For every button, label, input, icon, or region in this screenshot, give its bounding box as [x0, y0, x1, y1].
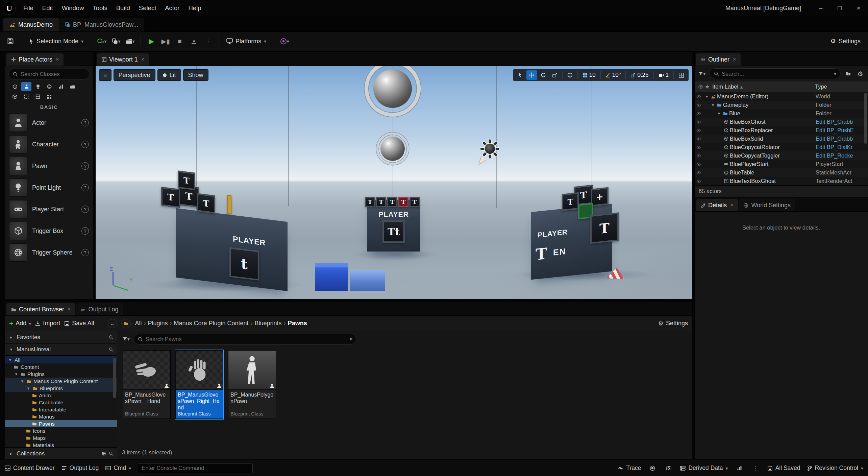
blue-cube-light[interactable] — [350, 270, 385, 291]
source-root-header[interactable]: ▾ ManusUnreal — [5, 343, 117, 356]
menu-tools[interactable]: Tools — [89, 0, 112, 16]
camera-speed-control[interactable]: 1 — [656, 72, 671, 78]
derived-data-dropdown[interactable]: Derived Data ▾ — [680, 465, 728, 472]
asset-tile-gloves-pawn-right-hand-selected[interactable]: BP_ManusGlovesPawn_Right_Hand Blueprint … — [175, 350, 223, 419]
letter-tile[interactable]: T — [387, 197, 397, 207]
add-collection-icon[interactable]: ⊕ — [101, 450, 106, 457]
search-classes-input[interactable] — [21, 71, 93, 77]
menu-build[interactable]: Build — [112, 0, 134, 16]
viewport-tab[interactable]: Viewport 1 × — [97, 53, 149, 66]
breadcrumb-pawns[interactable]: Pawns — [288, 320, 307, 327]
visibility-eye-icon[interactable] — [695, 180, 703, 183]
outliner-row-blueboxsolid[interactable]: BlueBoxSolidEdit BP_Grabb — [695, 135, 868, 143]
search-pawns-input[interactable] — [146, 336, 347, 342]
close-icon[interactable]: × — [141, 56, 144, 63]
outliner-row-blueboxghost[interactable]: BlueBoxGhostEdit BP_Grabb — [695, 118, 868, 126]
multiplayer-options-dropdown[interactable]: ▾ — [278, 35, 291, 48]
menu-window[interactable]: Window — [57, 0, 89, 16]
stats-button[interactable] — [735, 463, 744, 473]
path-picker-button[interactable] — [121, 319, 131, 328]
close-icon[interactable]: × — [730, 202, 733, 208]
outliner-scrollbar[interactable] — [864, 93, 867, 144]
asset-tile-gloves-pawn-hand[interactable]: BP_ManusGlovesPawn__Hand Blueprint Class — [123, 350, 171, 419]
edit-blueprint-link[interactable]: Edit BP_Grabb — [816, 119, 866, 125]
close-button[interactable]: × — [849, 0, 868, 16]
edit-blueprint-link[interactable]: Edit BP_Rocke — [816, 152, 866, 159]
place-actor-item-point-light[interactable]: Point Light ? — [5, 177, 93, 198]
letter-tile[interactable]: T — [178, 170, 195, 190]
expander-caret[interactable]: ▾ — [14, 372, 19, 377]
asset-search[interactable]: ▾ — [133, 334, 356, 344]
letter-tile-front[interactable]: T — [590, 213, 619, 244]
letter-tile-front[interactable]: Tt — [382, 220, 405, 243]
outliner-row-gameplay[interactable]: ▾GameplayFolder — [695, 101, 868, 109]
yellow-tile-edge[interactable] — [227, 195, 231, 214]
category-panels-icon[interactable] — [33, 92, 43, 101]
grid-snap-control[interactable]: 10 — [580, 72, 598, 78]
breadcrumb-all[interactable]: All — [135, 320, 142, 327]
category-visual-effects-icon[interactable] — [56, 82, 66, 91]
play-button[interactable]: ▶ — [145, 35, 158, 48]
help-icon[interactable]: ? — [81, 249, 89, 256]
outliner-row-blueboxreplacer[interactable]: BlueBoxReplacerEdit BP_PushE — [695, 126, 868, 135]
view-mode-dropdown[interactable]: Lit — [157, 69, 181, 81]
place-actors-tab[interactable]: Place Actors × — [6, 53, 64, 66]
place-actors-search[interactable] — [8, 69, 90, 79]
expander-caret[interactable]: ▸ — [8, 335, 14, 340]
favorites-header[interactable]: ▸ Favorites — [5, 331, 117, 343]
outliner-row-bluecopycatrotator[interactable]: BlueCopycatRotatorEdit BP_DialKr — [695, 143, 868, 151]
expander-caret[interactable]: ▾ — [26, 386, 31, 391]
visibility-eye-icon[interactable] — [695, 129, 703, 132]
place-actor-item-character[interactable]: Character ? — [5, 134, 93, 155]
letter-tile[interactable]: T — [376, 197, 386, 207]
help-icon[interactable]: ? — [81, 141, 89, 148]
eye-icon[interactable] — [697, 85, 705, 89]
visibility-eye-icon[interactable] — [695, 146, 703, 149]
insights-button[interactable] — [648, 463, 657, 473]
visibility-eye-icon[interactable] — [695, 137, 703, 141]
tree-item-anim[interactable]: Anim — [5, 392, 117, 399]
tree-scrollbar[interactable] — [113, 358, 116, 398]
unreal-logo-icon[interactable]: U — [3, 2, 16, 15]
import-button[interactable]: Import — [35, 320, 60, 327]
scale-tool-button[interactable] — [549, 70, 560, 80]
eject-button[interactable]: ▲ — [188, 35, 200, 48]
help-icon[interactable]: ? — [81, 162, 89, 170]
tree-item-plugins[interactable]: ▾Plugins — [5, 371, 117, 378]
asset-tile-polygon-pawn[interactable]: BP_ManusPolygonPawn Blueprint Class — [228, 350, 276, 419]
maximize-button[interactable]: □ — [830, 0, 849, 16]
expander-caret[interactable]: ▾ — [716, 111, 722, 116]
expander-caret[interactable]: ▾ — [710, 102, 716, 108]
add-content-button[interactable]: + Add ▾ — [9, 319, 31, 328]
tree-item-interactable[interactable]: Interactable — [5, 406, 117, 413]
menu-select[interactable]: Select — [134, 0, 160, 16]
place-actor-item-actor[interactable]: Actor ? — [5, 112, 93, 134]
letter-tile[interactable]: T — [365, 197, 375, 207]
letter-tile[interactable]: T — [197, 193, 215, 214]
play-options-menu[interactable]: ⋮ — [202, 35, 215, 48]
column-item-label[interactable]: Item Label — [712, 84, 738, 90]
rotate-tool-button[interactable] — [538, 70, 549, 80]
outliner-settings-button[interactable]: ⚙ — [855, 69, 865, 78]
place-actor-item-trigger-sphere[interactable]: Trigger Sphere ? — [5, 242, 93, 263]
scale-snap-control[interactable]: 0.25 — [628, 72, 651, 78]
category-basic-icon[interactable] — [21, 82, 31, 91]
outliner-column-header[interactable]: ★ Item Label ▴ Type — [695, 81, 868, 92]
letter-tile[interactable]: T — [562, 192, 579, 211]
rotation-snap-control[interactable]: 10° — [603, 72, 624, 78]
add-actor-dropdown[interactable]: ▾ — [95, 35, 108, 48]
help-icon[interactable]: ? — [81, 227, 89, 235]
world-settings-tab[interactable]: World Settings — [739, 199, 795, 211]
menu-actor[interactable]: Actor — [160, 0, 184, 16]
close-icon[interactable]: × — [733, 56, 736, 63]
outliner-row-blue[interactable]: ▾BlueFolder — [695, 109, 868, 118]
outliner-tab[interactable]: Outliner × — [696, 53, 741, 66]
status-more-menu[interactable]: ⋮ — [751, 463, 761, 473]
hanging-sphere-small[interactable] — [380, 137, 405, 161]
breadcrumb-plugins[interactable]: Plugins — [148, 320, 168, 327]
edit-blueprint-link[interactable]: Edit BP_PushE — [816, 127, 866, 134]
console-command-input[interactable] — [142, 465, 249, 471]
visibility-eye-icon[interactable] — [695, 163, 703, 166]
outliner-row-bluecopycattoggler[interactable]: BlueCopycatTogglerEdit BP_Rocke — [695, 151, 868, 160]
expander-caret[interactable]: ▾ — [20, 379, 25, 384]
